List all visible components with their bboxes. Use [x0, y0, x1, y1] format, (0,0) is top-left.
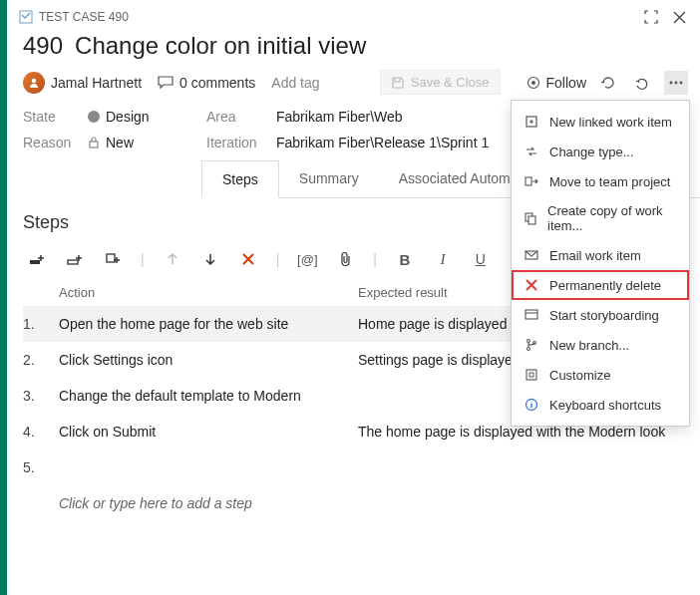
svg-rect-8 [30, 260, 40, 264]
assignee-name: Jamal Hartnett [51, 75, 142, 91]
close-icon[interactable] [668, 6, 690, 28]
delete-icon [524, 277, 539, 293]
svg-rect-7 [90, 142, 98, 148]
menu-create-copy[interactable]: Create copy of work item... [512, 196, 689, 240]
branch-icon [524, 337, 539, 353]
mention-icon[interactable]: [@] [297, 249, 317, 269]
svg-point-6 [680, 81, 683, 84]
fullscreen-icon[interactable] [640, 6, 662, 28]
more-actions-icon[interactable] [664, 71, 688, 95]
menu-label: Create copy of work item... [547, 203, 677, 233]
add-step-placeholder[interactable]: Click or type here to add a step [59, 495, 358, 511]
row-action[interactable]: Change the default template to Modern [59, 388, 358, 404]
svg-point-1 [32, 78, 36, 82]
avatar [23, 72, 45, 94]
follow-button[interactable]: Follow [526, 75, 586, 91]
menu-label: Change type... [549, 145, 634, 159]
comments-link[interactable]: 0 comments [158, 75, 255, 91]
change-type-icon [524, 144, 539, 159]
follow-label: Follow [546, 75, 586, 91]
move-up-icon[interactable] [163, 249, 182, 269]
tab-steps[interactable]: Steps [201, 160, 279, 198]
svg-point-4 [670, 81, 673, 84]
insert-step-icon[interactable] [27, 249, 47, 269]
table-row[interactable]: 5. [23, 449, 684, 485]
menu-label: Email work item [549, 248, 641, 263]
italic-icon[interactable]: I [433, 249, 453, 269]
menu-label: Permanently delete [549, 278, 661, 293]
iteration-value: Fabrikam Fiber\Release 1\Sprint 1 [276, 135, 489, 150]
row-num: 5. [23, 459, 59, 475]
follow-icon [526, 76, 540, 90]
underline-icon[interactable]: U [471, 249, 491, 269]
svg-rect-16 [525, 310, 537, 319]
bold-icon[interactable]: B [395, 249, 415, 269]
iteration-label: Iteration [206, 135, 266, 150]
add-tag-button[interactable]: Add tag [271, 75, 319, 91]
meta-row: Jamal Hartnett 0 comments Add tag Save &… [7, 66, 700, 103]
iteration-field[interactable]: Fabrikam Fiber\Release 1\Sprint 1 [276, 135, 489, 150]
menu-new-linked[interactable]: New linked work item [512, 107, 689, 137]
state-dot-icon [88, 111, 100, 123]
menu-new-branch[interactable]: New branch... [512, 330, 689, 360]
menu-permanently-delete[interactable]: Permanently delete [512, 270, 689, 300]
left-accent-bar [0, 0, 7, 595]
svg-point-17 [527, 340, 530, 343]
svg-rect-20 [526, 370, 536, 380]
comments-count: 0 comments [179, 75, 255, 91]
menu-label: Start storyboarding [549, 308, 659, 323]
toolbar-sep: | [373, 251, 377, 267]
svg-rect-10 [107, 254, 115, 262]
save-close-label: Save & Close [411, 75, 490, 90]
insert-shared-step-icon[interactable] [65, 249, 85, 269]
row-num: 2. [23, 352, 59, 368]
save-icon [391, 76, 405, 90]
svg-rect-9 [68, 260, 78, 264]
undo-icon[interactable] [630, 71, 654, 95]
assignee-chip[interactable]: Jamal Hartnett [23, 72, 142, 94]
attach-icon[interactable] [335, 249, 355, 269]
refresh-icon[interactable] [596, 71, 620, 95]
reason-field[interactable]: New [88, 135, 134, 150]
info-icon [524, 397, 539, 413]
reason-label: Reason [23, 135, 78, 150]
delete-step-icon[interactable] [238, 249, 258, 269]
lock-icon [88, 136, 100, 149]
move-down-icon[interactable] [200, 249, 220, 269]
row-action[interactable]: Open the home page for the web site [59, 316, 358, 332]
save-close-button: Save & Close [380, 70, 501, 95]
customize-icon [524, 367, 539, 383]
copy-icon [524, 210, 537, 226]
row-num: 4. [23, 424, 59, 440]
tab-summary[interactable]: Summary [279, 160, 379, 197]
menu-shortcuts[interactable]: Keyboard shortcuts [512, 390, 689, 420]
menu-storyboard[interactable]: Start storyboarding [512, 300, 689, 330]
menu-change-type[interactable]: Change type... [512, 137, 689, 166]
more-actions-menu: New linked work item Change type... Move… [511, 100, 690, 427]
insert-param-icon[interactable] [103, 249, 123, 269]
row-action[interactable]: Click Settings icon [59, 352, 358, 368]
area-label: Area [206, 109, 266, 125]
menu-email[interactable]: Email work item [512, 240, 689, 270]
state-value: Design [106, 109, 150, 125]
table-row-placeholder[interactable]: Click or type here to add a step [23, 485, 684, 521]
svg-point-3 [531, 81, 535, 85]
svg-rect-14 [528, 216, 535, 224]
row-action[interactable]: Click on Submit [59, 424, 358, 440]
menu-label: Keyboard shortcuts [549, 398, 661, 413]
menu-label: Move to team project [549, 174, 670, 189]
svg-rect-12 [525, 177, 531, 185]
state-label: State [23, 109, 78, 125]
testcase-type-icon [19, 10, 33, 24]
workitem-title[interactable]: Change color on initial view [75, 32, 366, 60]
svg-point-18 [527, 348, 530, 351]
menu-move-team[interactable]: Move to team project [512, 166, 689, 196]
new-linked-icon [524, 114, 539, 130]
email-icon [524, 247, 539, 263]
area-field[interactable]: Fabrikam Fiber\Web [276, 109, 403, 125]
menu-customize[interactable]: Customize [512, 360, 689, 390]
titlebar: TEST CASE 490 [7, 0, 700, 30]
state-field[interactable]: Design [88, 109, 150, 125]
menu-label: New branch... [549, 338, 629, 353]
reason-value: New [106, 135, 134, 150]
